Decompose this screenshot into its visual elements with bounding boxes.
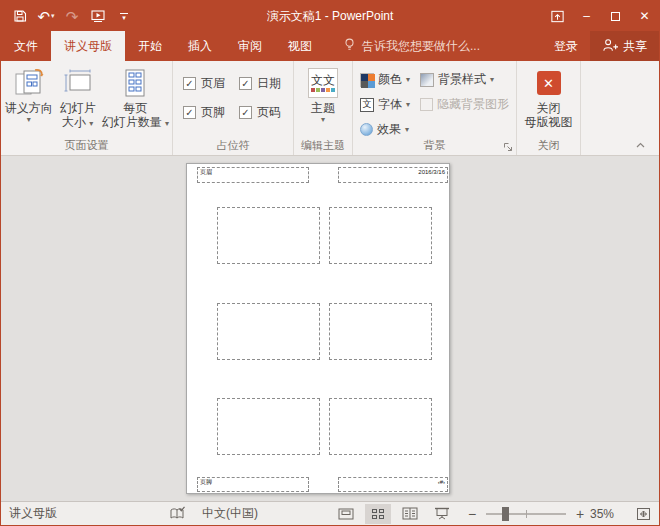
- reading-view-icon[interactable]: [397, 504, 423, 524]
- status-bar: 讲义母版 中文(中国) − + 35%: [1, 501, 659, 525]
- maximize-icon[interactable]: [601, 1, 630, 31]
- zoom-in-button[interactable]: +: [574, 506, 586, 522]
- undo-icon[interactable]: ↶▾: [35, 5, 57, 27]
- close-master-view-label-1: 关闭: [537, 101, 561, 115]
- slides-per-page-dropdown-icon: ▾: [165, 119, 169, 128]
- colors-icon: [360, 73, 374, 87]
- redo-icon[interactable]: ↷: [61, 5, 83, 27]
- page-number-checkbox-row[interactable]: 页码: [239, 104, 281, 121]
- minimize-icon[interactable]: –: [572, 1, 601, 31]
- background-dialog-launcher-icon[interactable]: [502, 141, 514, 153]
- customize-quick-access-icon[interactable]: ▾: [113, 5, 135, 27]
- spell-check-icon[interactable]: [169, 506, 186, 521]
- background-styles-button[interactable]: 背景样式 ▾: [417, 67, 512, 92]
- group-page-setup: 讲义方向 ▾ 幻灯片 大小 ▾: [1, 61, 173, 155]
- slide-placeholder-6[interactable]: [329, 398, 432, 455]
- footer-checkbox-row[interactable]: 页脚: [183, 104, 225, 121]
- slide-placeholder-3[interactable]: [217, 303, 320, 360]
- fonts-label: 字体: [378, 96, 402, 113]
- tab-review[interactable]: 审阅: [225, 31, 275, 61]
- slide-placeholder-2[interactable]: [329, 207, 432, 264]
- sign-in-button[interactable]: 登录: [542, 31, 590, 61]
- slides-per-page-icon: [119, 66, 151, 100]
- quick-access-toolbar: ↶▾ ↷ ▾: [1, 5, 135, 27]
- date-checkbox[interactable]: [239, 77, 252, 90]
- group-label-close: 关闭: [517, 138, 580, 153]
- handout-orientation-icon: [13, 66, 45, 100]
- close-icon[interactable]: ✕: [630, 1, 659, 31]
- tab-view[interactable]: 视图: [275, 31, 325, 61]
- background-styles-icon: [420, 73, 434, 87]
- slide-size-dropdown-icon: ▾: [89, 119, 93, 128]
- fonts-button[interactable]: 文 字体 ▾: [357, 92, 413, 117]
- zoom-slider-thumb[interactable]: [502, 507, 509, 521]
- slide-size-icon: [62, 66, 94, 100]
- colors-button[interactable]: 颜色 ▾: [357, 67, 413, 92]
- start-slideshow-icon[interactable]: [87, 5, 109, 27]
- slides-per-page-label-1: 每页: [123, 101, 147, 115]
- handout-orientation-dropdown-icon: ▾: [27, 115, 31, 125]
- slide-sorter-view-icon[interactable]: [365, 504, 391, 524]
- slide-placeholder-4[interactable]: [329, 303, 432, 360]
- save-icon[interactable]: [9, 5, 31, 27]
- header-checkbox[interactable]: [183, 77, 196, 90]
- status-language[interactable]: 中文(中国): [202, 505, 258, 522]
- group-label-background: 背景: [353, 138, 516, 153]
- group-label-page-setup: 页面设置: [1, 138, 172, 153]
- ribbon-tab-row: 文件 讲义母版 开始 插入 审阅 视图 告诉我您想要做什么... 登录 共享: [1, 31, 659, 61]
- editing-canvas[interactable]: 页眉 2016/3/16 页脚 ‹#›: [1, 156, 659, 501]
- handout-master-page[interactable]: 页眉 2016/3/16 页脚 ‹#›: [186, 163, 450, 494]
- footer-checkbox[interactable]: [183, 106, 196, 119]
- page-number-checkbox[interactable]: [239, 106, 252, 119]
- ribbon: 讲义方向 ▾ 幻灯片 大小 ▾: [1, 61, 659, 156]
- date-checkbox-row[interactable]: 日期: [239, 75, 281, 92]
- normal-view-icon[interactable]: [333, 504, 359, 524]
- zoom-level[interactable]: 35%: [590, 507, 626, 521]
- slides-per-page-label-2: 幻灯片数量 ▾: [102, 115, 169, 129]
- colors-label: 颜色: [378, 71, 402, 88]
- fit-to-window-icon[interactable]: [636, 507, 651, 521]
- header-checkbox-row[interactable]: 页眉: [183, 75, 225, 92]
- slide-show-icon[interactable]: [429, 504, 455, 524]
- handout-orientation-label: 讲义方向: [5, 101, 53, 115]
- header-placeholder[interactable]: 页眉: [197, 167, 309, 183]
- share-button[interactable]: 共享: [590, 31, 659, 61]
- tell-me-box[interactable]: 告诉我您想要做什么...: [343, 31, 480, 61]
- tab-home[interactable]: 开始: [125, 31, 175, 61]
- tab-file[interactable]: 文件: [1, 31, 51, 61]
- ribbon-display-options-icon[interactable]: [543, 1, 572, 31]
- slide-size-label-2: 大小 ▾: [62, 115, 93, 129]
- footer-placeholder[interactable]: 页脚: [197, 477, 309, 492]
- powerpoint-window: ↶▾ ↷ ▾ 演示文稿1 - PowerPoint – ✕ 文件 讲义母版 开始…: [0, 0, 660, 526]
- date-placeholder[interactable]: 2016/3/16: [338, 167, 448, 183]
- tab-handout-master[interactable]: 讲义母版: [51, 31, 125, 61]
- status-view-name: 讲义母版: [9, 505, 57, 522]
- footer-checkbox-label: 页脚: [201, 104, 225, 121]
- person-plus-icon: [602, 38, 618, 55]
- effects-label: 效果: [377, 121, 401, 138]
- page-number-placeholder[interactable]: ‹#›: [338, 477, 448, 492]
- fonts-dropdown-icon: ▾: [406, 100, 410, 110]
- collapse-ribbon-icon[interactable]: [636, 137, 645, 151]
- share-label: 共享: [623, 38, 647, 55]
- hide-background-graphics-row[interactable]: 隐藏背景图形: [417, 92, 512, 117]
- background-styles-dropdown-icon: ▾: [490, 75, 494, 85]
- zoom-slider[interactable]: [486, 513, 566, 515]
- themes-label: 主题: [311, 101, 335, 115]
- handout-orientation-button[interactable]: 讲义方向 ▾: [3, 63, 55, 125]
- hide-background-graphics-checkbox[interactable]: [420, 98, 433, 111]
- slides-per-page-button[interactable]: 每页 幻灯片数量 ▾: [101, 63, 170, 129]
- themes-button[interactable]: 文文 主题 ▾: [300, 63, 346, 125]
- slide-placeholder-5[interactable]: [217, 398, 320, 455]
- group-background: 颜色 ▾ 文 字体 ▾ 效果 ▾: [353, 61, 517, 155]
- zoom-out-button[interactable]: −: [466, 506, 478, 522]
- group-label-placeholders: 占位符: [173, 138, 293, 153]
- close-master-view-label-2: 母版视图: [525, 115, 573, 129]
- slide-placeholder-1[interactable]: [217, 207, 320, 264]
- slide-size-button[interactable]: 幻灯片 大小 ▾: [55, 63, 101, 129]
- effects-icon: [360, 123, 373, 136]
- tab-insert[interactable]: 插入: [175, 31, 225, 61]
- title-bar: ↶▾ ↷ ▾ 演示文稿1 - PowerPoint – ✕: [1, 1, 659, 31]
- fonts-icon: 文: [360, 98, 374, 112]
- close-master-view-button[interactable]: ✕ 关闭 母版视图: [521, 63, 577, 129]
